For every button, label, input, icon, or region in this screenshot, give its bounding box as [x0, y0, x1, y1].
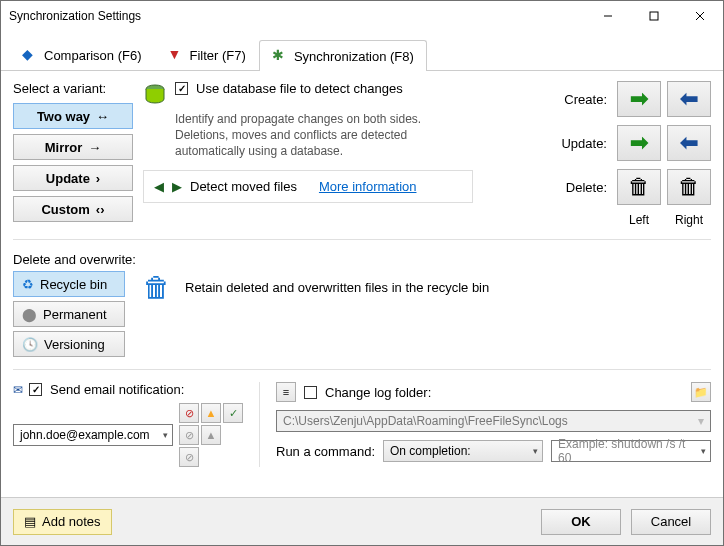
variant-description: Use database file to detect changes Iden… — [143, 81, 551, 227]
funnel-icon: ▼ — [168, 47, 184, 63]
email-checkbox-label: Send email notification: — [50, 382, 184, 397]
notify-error-dim-button[interactable]: ⊘ — [179, 425, 199, 445]
chevron-down-icon: ▾ — [163, 430, 168, 440]
database-icon — [143, 83, 167, 107]
change-log-label: Change log folder: — [325, 385, 431, 400]
vertical-separator — [259, 382, 260, 467]
db-checkbox[interactable]: Use database file to detect changes — [175, 81, 403, 96]
tab-label: Synchronization (F8) — [294, 49, 414, 64]
footer: ▤ Add notes OK Cancel — [1, 497, 723, 545]
note-icon: ▤ — [24, 514, 36, 529]
checkbox-icon — [29, 383, 42, 396]
section-top: Select a variant: Two way ↔ Mirror → Upd… — [13, 81, 711, 227]
variant-two-way[interactable]: Two way ↔ — [13, 103, 133, 129]
delete-right-button[interactable]: 🗑 — [667, 169, 711, 205]
right-column-label: Right — [667, 213, 711, 227]
log-options-button[interactable]: ≡ — [276, 382, 296, 402]
variant-label: Update — [46, 171, 90, 186]
create-left-button[interactable]: ⬅ — [667, 81, 711, 117]
run-when-combo[interactable]: On completion: ▾ — [383, 440, 543, 462]
variant-custom[interactable]: Custom ‹› — [13, 196, 133, 222]
recycle-bin-large-icon: 🗑 — [143, 271, 171, 304]
more-info-link[interactable]: More information — [319, 179, 417, 194]
create-right-button[interactable]: ➡ — [617, 81, 661, 117]
update-left-button[interactable]: ⬅ — [667, 125, 711, 161]
arrow-right-green-icon: ➡ — [630, 86, 648, 112]
change-log-checkbox[interactable]: Change log folder: — [304, 385, 431, 400]
email-checkbox[interactable]: Send email notification: — [29, 382, 184, 397]
delete-left-button[interactable]: 🗑 — [617, 169, 661, 205]
delete-recycle-bin[interactable]: ♻ Recycle bin — [13, 271, 125, 297]
delete-option-label: Permanent — [43, 307, 107, 322]
variant-heading: Select a variant: — [13, 81, 133, 96]
delete-heading: Delete and overwrite: — [13, 252, 711, 267]
check-icon: ✓ — [229, 407, 238, 420]
variant-label: Two way — [37, 109, 90, 124]
tab-synchronization[interactable]: ✱ Synchronization (F8) — [259, 40, 427, 71]
run-command-input[interactable]: Example: shutdown /s /t 60 ▾ — [551, 440, 711, 462]
section-bottom: ✉ Send email notification: john.doe@exam… — [13, 382, 711, 467]
email-address-combo[interactable]: john.doe@example.com ▾ — [13, 424, 173, 446]
notify-success-button[interactable]: ✓ — [223, 403, 243, 423]
error-icon: ⊘ — [185, 451, 194, 464]
window-title: Synchronization Settings — [9, 9, 585, 23]
tabstrip: ◆ Comparison (F6) ▼ Filter (F7) ✱ Synchr… — [1, 35, 723, 71]
arrow-left-blue-icon: ⬅ — [680, 130, 698, 156]
menu-icon: ≡ — [283, 386, 289, 398]
run-when-value: On completion: — [390, 444, 471, 458]
tab-comparison[interactable]: ◆ Comparison (F6) — [9, 39, 155, 70]
notify-error-button[interactable]: ⊘ — [179, 403, 199, 423]
ok-label: OK — [571, 514, 591, 529]
checkbox-icon — [175, 82, 188, 95]
log-path-combo[interactable]: C:\Users\Zenju\AppData\Roaming\FreeFileS… — [276, 410, 711, 432]
variant-mirror[interactable]: Mirror → — [13, 134, 133, 160]
email-address-value: john.doe@example.com — [20, 428, 150, 442]
run-command-placeholder: Example: shutdown /s /t 60 — [558, 437, 701, 465]
arrows-icon: ◀ — [154, 179, 164, 194]
open-log-folder-button[interactable]: 📁 — [691, 382, 711, 402]
chevron-down-icon: ▾ — [701, 446, 706, 456]
delete-permanent[interactable]: ⬤ Permanent — [13, 301, 125, 327]
variant-label: Custom — [41, 202, 89, 217]
db-checkbox-label: Use database file to detect changes — [196, 81, 403, 96]
notify-warning-button[interactable]: ▲ — [201, 403, 221, 423]
svg-rect-1 — [650, 12, 658, 20]
arrow-right-green-icon: ➡ — [630, 130, 648, 156]
tab-filter[interactable]: ▼ Filter (F7) — [155, 39, 259, 70]
maximize-button[interactable] — [631, 1, 677, 31]
error-icon: ⊘ — [185, 429, 194, 442]
settings-window: Synchronization Settings ◆ Comparison (F… — [0, 0, 724, 546]
minimize-button[interactable] — [585, 1, 631, 31]
clock-icon: 🕓 — [22, 337, 38, 352]
fire-icon: ⬤ — [22, 307, 37, 322]
tab-label: Comparison (F6) — [44, 48, 142, 63]
update-right-button[interactable]: ➡ — [617, 125, 661, 161]
separator — [13, 369, 711, 370]
delete-versioning[interactable]: 🕓 Versioning — [13, 331, 125, 357]
close-button[interactable] — [677, 1, 723, 31]
variant-update[interactable]: Update › — [13, 165, 133, 191]
cancel-button[interactable]: Cancel — [631, 509, 711, 535]
notify-error-dim2-button[interactable]: ⊘ — [179, 447, 199, 467]
section-delete: Delete and overwrite: ♻ Recycle bin ⬤ Pe… — [13, 252, 711, 357]
recycle-icon: ♻ — [22, 277, 34, 292]
ok-button[interactable]: OK — [541, 509, 621, 535]
delete-desc-text: Retain deleted and overwritten files in … — [185, 280, 489, 295]
arrows-icon: ▶ — [172, 179, 182, 194]
error-icon: ⊘ — [185, 407, 194, 420]
chevron-down-icon: ▾ — [698, 414, 704, 428]
variant-label: Mirror — [45, 140, 83, 155]
warning-icon: ▲ — [206, 429, 217, 441]
add-notes-button[interactable]: ▤ Add notes — [13, 509, 112, 535]
recycle-blue-icon: 🗑 — [678, 174, 700, 200]
warning-icon: ▲ — [206, 407, 217, 419]
cancel-label: Cancel — [651, 514, 691, 529]
update-label: Update: — [561, 136, 611, 151]
notify-warning-dim-button[interactable]: ▲ — [201, 425, 221, 445]
code-icon: ‹› — [96, 203, 105, 216]
compare-icon: ◆ — [22, 47, 38, 63]
recycle-green-icon: 🗑 — [628, 174, 650, 200]
chevron-right-icon: › — [96, 172, 100, 185]
moved-label: Detect moved files — [190, 179, 297, 194]
delete-option-label: Versioning — [44, 337, 105, 352]
